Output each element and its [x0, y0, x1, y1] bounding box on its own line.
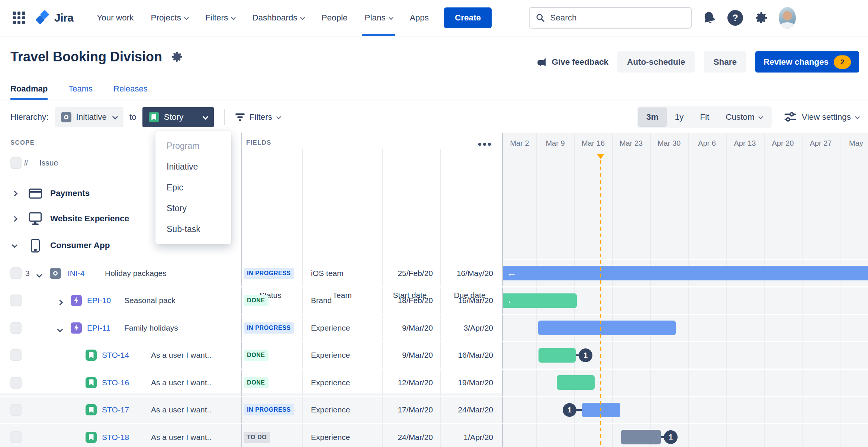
- chevron-down-icon[interactable]: [36, 272, 42, 278]
- starts-before-arrow-icon: ←: [507, 296, 517, 306]
- row-checkbox[interactable]: [10, 295, 22, 306]
- issue-row-ini-4[interactable]: 3 INI-4 Holiday packages IN PROGRESS iOS…: [0, 260, 503, 287]
- issue-row-epi-11[interactable]: EPI-11 Family holidays IN PROGRESS Exper…: [0, 314, 503, 342]
- row-checkbox[interactable]: [10, 267, 22, 279]
- nav-item-filters[interactable]: Filters: [197, 0, 244, 36]
- user-avatar[interactable]: [779, 9, 796, 26]
- issue-row-sto-18[interactable]: STO-18 As a user I want.. TO DO Experien…: [0, 424, 503, 447]
- review-changes-button[interactable]: Review changes 2: [755, 51, 859, 73]
- zoom-option-1y[interactable]: 1y: [667, 107, 692, 127]
- give-feedback-button[interactable]: Give feedback: [536, 57, 609, 68]
- settings-gear-icon[interactable]: [753, 9, 770, 26]
- gantt-bar-sto-14[interactable]: [539, 348, 576, 363]
- issue-row-epi-10[interactable]: EPI-10 Seasonal pack DONE Brand 18/Feb/2…: [0, 287, 503, 315]
- team-cell: Experience: [311, 378, 350, 387]
- more-fields-icon[interactable]: [478, 143, 491, 146]
- column-divider: [440, 149, 441, 447]
- dependency-badge[interactable]: 1: [579, 348, 592, 362]
- initiative-type-icon: [61, 112, 71, 122]
- gantt-bar-ini-4[interactable]: ←: [503, 266, 868, 280]
- row-checkbox[interactable]: [10, 349, 22, 361]
- dropdown-item-story[interactable]: Story: [155, 198, 231, 219]
- dropdown-item-initiative[interactable]: Initiative: [155, 156, 231, 177]
- nav-item-people[interactable]: People: [313, 0, 356, 36]
- issue-key[interactable]: EPI-11: [87, 324, 110, 332]
- sliders-icon: [784, 110, 797, 124]
- timeline-week-label: May: [849, 139, 863, 148]
- due-date-cell: 16/May/20: [440, 269, 493, 278]
- tab-teams[interactable]: Teams: [68, 78, 93, 100]
- week-gridline: [802, 133, 803, 447]
- dropdown-item-epic[interactable]: Epic: [155, 177, 231, 198]
- dependency-badge[interactable]: 1: [664, 430, 678, 444]
- week-gridline: [726, 133, 727, 447]
- issue-key[interactable]: STO-17: [102, 405, 129, 414]
- row-checkbox[interactable]: [10, 431, 22, 443]
- share-button[interactable]: Share: [704, 51, 746, 73]
- chevron-right-icon[interactable]: [57, 300, 63, 306]
- gantt-bar-sto-18[interactable]: [621, 430, 661, 444]
- timeline-week-label: Mar 30: [658, 139, 681, 148]
- plan-tabs: RoadmapTeamsReleases: [10, 78, 148, 100]
- issue-key[interactable]: STO-16: [102, 378, 129, 387]
- chevron-down-icon[interactable]: [57, 327, 63, 332]
- gantt-bar-epi-10[interactable]: ←: [503, 293, 577, 308]
- story-type-icon: [86, 377, 97, 388]
- start-date-cell: 25/Feb/20: [381, 269, 433, 278]
- select-all-checkbox[interactable]: [10, 157, 22, 169]
- chevron-right-icon[interactable]: [12, 190, 18, 196]
- group-name: Payments: [50, 189, 90, 198]
- nav-item-projects[interactable]: Projects: [142, 0, 197, 36]
- app-switcher-icon[interactable]: [13, 12, 25, 24]
- row-separator: [0, 286, 503, 287]
- chevron-down-icon[interactable]: [12, 242, 18, 248]
- tab-releases[interactable]: Releases: [113, 78, 148, 100]
- filters-dropdown[interactable]: Filters: [235, 112, 280, 122]
- hierarchy-from-dropdown[interactable]: Initiative: [55, 107, 124, 127]
- row-checkbox[interactable]: [10, 322, 22, 334]
- dropdown-item-program[interactable]: Program: [155, 135, 231, 156]
- issue-key[interactable]: EPI-10: [87, 296, 111, 305]
- jira-logo[interactable]: Jira: [35, 10, 73, 26]
- issue-key[interactable]: STO-14: [102, 351, 129, 360]
- notifications-bell-icon[interactable]: [701, 9, 718, 26]
- auto-schedule-button[interactable]: Auto-schedule: [617, 51, 695, 73]
- row-checkbox[interactable]: [10, 377, 22, 389]
- due-date-cell: 3/Apr/20: [440, 324, 493, 332]
- view-settings-dropdown[interactable]: View settings: [784, 110, 859, 124]
- hierarchy-to-dropdown[interactable]: Story: [142, 107, 214, 127]
- issue-row-sto-16[interactable]: STO-16 As a user I want.. DONE Experienc…: [0, 369, 503, 396]
- row-checkbox[interactable]: [10, 404, 22, 416]
- chevron-right-icon[interactable]: [12, 216, 18, 222]
- due-date-cell: 16/Mar/20: [440, 296, 493, 305]
- issue-row-sto-14[interactable]: STO-14 As a user I want.. DONE Experienc…: [0, 342, 503, 369]
- week-gridline: [840, 133, 840, 447]
- chevron-down-icon: [758, 114, 763, 119]
- dropdown-item-sub-task[interactable]: Sub-task: [155, 219, 231, 239]
- gantt-bar-sto-17[interactable]: [582, 403, 620, 417]
- timeline-gantt-area[interactable]: Mar 2Mar 9Mar 16Mar 23Mar 30Apr 6Apr 13A…: [503, 133, 868, 447]
- issue-summary: As a user I want..: [151, 405, 211, 414]
- issue-key[interactable]: STO-18: [102, 433, 129, 442]
- zoom-option-3m[interactable]: 3m: [638, 107, 667, 127]
- tab-roadmap[interactable]: Roadmap: [10, 78, 48, 100]
- create-button[interactable]: Create: [444, 7, 492, 28]
- zoom-option-custom[interactable]: Custom: [717, 107, 771, 127]
- dependency-badge[interactable]: 1: [563, 403, 576, 417]
- nav-item-dashboards[interactable]: Dashboards: [244, 0, 313, 36]
- nav-item-your-work[interactable]: Your work: [88, 0, 142, 36]
- search-input[interactable]: Search: [529, 7, 692, 29]
- plan-settings-gear-icon[interactable]: [170, 50, 184, 64]
- timeline-week-label: Apr 20: [772, 139, 794, 148]
- nav-item-plans[interactable]: Plans: [356, 0, 401, 36]
- help-icon[interactable]: ?: [727, 9, 744, 26]
- issue-key[interactable]: INI-4: [68, 269, 85, 278]
- nav-item-apps[interactable]: Apps: [401, 0, 437, 36]
- issue-row-sto-17[interactable]: STO-17 As a user I want.. IN PROGRESS Ex…: [0, 396, 503, 424]
- story-type-icon: [86, 404, 97, 415]
- scope-and-fields-panel: SCOPE # Issue FIELDS StatusTeamStart dat…: [0, 133, 503, 447]
- gantt-bar-sto-16[interactable]: [557, 375, 595, 390]
- status-badge: IN PROGRESS: [244, 322, 294, 334]
- zoom-option-fit[interactable]: Fit: [692, 107, 717, 127]
- gantt-bar-epi-11[interactable]: [538, 321, 676, 335]
